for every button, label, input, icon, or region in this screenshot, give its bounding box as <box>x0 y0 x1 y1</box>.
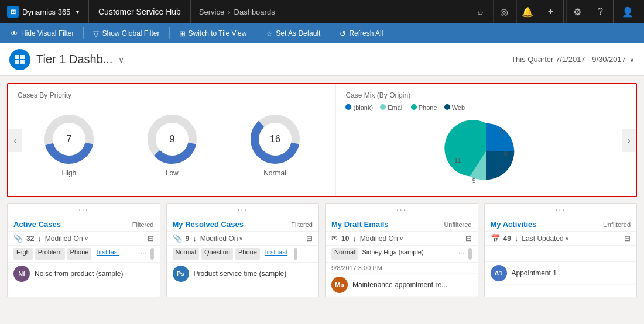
breadcrumb-separator: › <box>228 8 230 16</box>
activities-view-icon[interactable]: ⊟ <box>624 234 631 243</box>
search-icon-btn[interactable]: ⌕ <box>470 0 491 23</box>
set-as-default-button[interactable]: ☆ Set As Default <box>260 25 326 42</box>
tag-sidney: Sidney Higa (sample) <box>360 248 425 260</box>
draft-emails-view-icon[interactable]: ⊟ <box>465 234 472 243</box>
chart-prev-button[interactable]: ‹ <box>8 129 22 152</box>
draft-emails-date: 9/8/2017 3:00 PM <box>326 263 478 274</box>
active-cases-filter: Filtered <box>132 221 154 228</box>
resolved-cases-view-icon[interactable]: ⊟ <box>306 234 313 243</box>
my-activities-tile: ··· My Activities Unfiltered 📅 49 ↓ Last… <box>484 203 638 297</box>
breadcrumb: Service › Dashboards <box>191 8 465 16</box>
my-draft-emails-tile: ··· My Draft Emails Unfiltered ✉ 10 ↓ Mo… <box>325 203 478 297</box>
breadcrumb-service[interactable]: Service <box>199 8 224 16</box>
active-cases-top-dots[interactable]: ··· <box>8 204 160 215</box>
default-icon: ☆ <box>266 29 273 38</box>
page-header-left: Tier 1 Dashb... ∨ <box>9 49 124 70</box>
draft-emails-item-text: Maintenance appointment re... <box>352 281 472 289</box>
draft-emails-scrollbar[interactable] <box>468 248 472 260</box>
toolbar-sep-4 <box>330 27 330 39</box>
draft-emails-top-dots[interactable]: ··· <box>326 204 478 215</box>
active-cases-sort[interactable]: Modified On ∨ <box>45 235 88 243</box>
donut-high-svg: 7 <box>43 113 95 166</box>
tag-firstlast-2[interactable]: first last <box>262 248 290 260</box>
draft-emails-toolbar: ✉ 10 ↓ Modified On ∨ ⊟ <box>326 232 478 246</box>
tag-normal-2: Normal <box>331 248 358 260</box>
resolved-cases-top-dots[interactable]: ··· <box>167 204 319 215</box>
dynamics365-nav[interactable]: ⊞ Dynamics 365 ▾ <box>0 0 89 23</box>
active-cases-toolbar: 📎 32 ↓ Modified On ∨ ⊟ <box>8 232 160 246</box>
resolved-cases-tags: Normal Question Phone first last <box>167 246 319 263</box>
user-icon-btn[interactable]: 👤 <box>616 0 639 23</box>
active-cases-scrollbar[interactable] <box>150 248 154 260</box>
chart-next-button[interactable]: › <box>622 129 636 152</box>
show-global-filter-button[interactable]: ▽ Show Global Filter <box>87 25 165 42</box>
resolved-cases-toolbar: 📎 9 ↓ Modified On ∨ ⊟ <box>167 232 319 246</box>
resolved-cases-item-text: Product service time (sample) <box>194 270 313 278</box>
settings-icon-btn[interactable]: ⚙ <box>566 0 587 23</box>
draft-emails-sort[interactable]: Modified On ∨ <box>360 235 403 243</box>
activities-top-dots[interactable]: ··· <box>485 204 637 215</box>
resolved-cases-count: 9 <box>186 235 190 243</box>
quarter-caret-icon: ∨ <box>629 56 635 64</box>
resolved-cases-scrollbar[interactable] <box>294 248 297 260</box>
ma-avatar: Ma <box>331 277 348 293</box>
case-mix-title: Case Mix (By Origin) <box>345 91 626 99</box>
active-cases-view-icon[interactable]: ⊟ <box>148 234 154 243</box>
tiles-row: ··· Active Cases Filtered 📎 32 ↓ Modifie… <box>7 203 637 297</box>
calendar-icon: 📅 <box>491 234 500 243</box>
activities-title: My Activities <box>491 220 537 229</box>
target-icon-btn[interactable]: ◎ <box>493 0 514 23</box>
quarter-label: This Quarter 7/1/2017 - 9/30/2017 <box>511 55 626 64</box>
breadcrumb-dashboards[interactable]: Dashboards <box>234 8 275 16</box>
active-cases-header: Active Cases Filtered <box>8 215 160 232</box>
switch-to-tile-view-button[interactable]: ⊞ Switch to Tile View <box>173 25 253 42</box>
resolved-cases-sort[interactable]: Modified On ∨ <box>200 235 244 243</box>
activities-sort[interactable]: Last Updated ∨ <box>522 235 568 243</box>
tag-dots-3[interactable]: ··· <box>458 248 465 260</box>
a1-avatar: A1 <box>491 265 507 281</box>
draft-emails-row[interactable]: Ma Maintenance appointment re... <box>326 274 478 297</box>
quarter-selector[interactable]: This Quarter 7/1/2017 - 9/30/2017 ∨ <box>511 55 635 64</box>
activities-row[interactable]: A1 Appointment 1 <box>485 262 637 285</box>
donut-low-svg: 9 <box>146 113 198 166</box>
help-icon-btn[interactable]: ? <box>590 0 611 23</box>
active-cases-count: 32 <box>26 235 34 243</box>
nf-avatar: Nf <box>13 266 30 282</box>
eye-icon: 👁 <box>11 29 18 38</box>
tag-phone-2: Phone <box>235 248 260 260</box>
title-caret-icon[interactable]: ∨ <box>118 55 124 64</box>
donut-low: 9 Low <box>146 113 198 177</box>
svg-text:16: 16 <box>270 134 280 144</box>
toolbar-sep-1 <box>83 27 84 39</box>
toolbar: 👁 Hide Visual Filter ▽ Show Global Filte… <box>0 23 644 43</box>
activities-item-text: Appointment 1 <box>512 269 631 277</box>
active-cases-title: Active Cases <box>13 220 61 229</box>
paperclip-icon-2: 📎 <box>173 234 182 243</box>
app-name: Customer Service Hub <box>89 0 191 23</box>
tag-question: Question <box>201 248 233 260</box>
my-resolved-cases-tile: ··· My Resolved Cases Filtered 📎 9 ↓ Mod… <box>166 203 320 297</box>
ps-avatar: Ps <box>173 266 189 282</box>
refresh-all-button[interactable]: ↺ Refresh All <box>334 25 389 42</box>
resolved-cases-row[interactable]: Ps Product service time (sample) <box>167 263 319 285</box>
d365-caret-icon: ▾ <box>76 9 79 15</box>
svg-rect-2 <box>15 60 19 64</box>
page-title: Tier 1 Dashb... <box>36 53 112 66</box>
d365-label: Dynamics 365 <box>22 8 70 16</box>
nav-icons: ⌕ ◎ 🔔 + ⚙ ? 👤 <box>465 0 644 23</box>
sort-desc-icon-4: ↓ <box>515 234 519 243</box>
legend-blank: (blank) <box>345 104 373 111</box>
active-cases-row[interactable]: Nf Noise from product (sample) <box>8 263 160 285</box>
tag-firstlast[interactable]: first last <box>94 248 122 260</box>
tag-dots[interactable]: ··· <box>141 248 147 260</box>
draft-emails-count: 10 <box>341 235 349 243</box>
bell-icon-btn[interactable]: 🔔 <box>516 0 537 23</box>
main-content: ‹ › Cases By Priority 7 High <box>0 76 644 304</box>
pie-area: 8 8 5 11 <box>345 113 626 189</box>
hide-visual-filter-button[interactable]: 👁 Hide Visual Filter <box>5 25 80 42</box>
donut-charts-container: 7 High 9 Low <box>18 104 326 186</box>
donut-normal-svg: 16 <box>249 113 302 166</box>
tag-phone: Phone <box>67 248 92 260</box>
add-icon-btn[interactable]: + <box>540 0 561 23</box>
toolbar-sep-3 <box>256 27 256 39</box>
